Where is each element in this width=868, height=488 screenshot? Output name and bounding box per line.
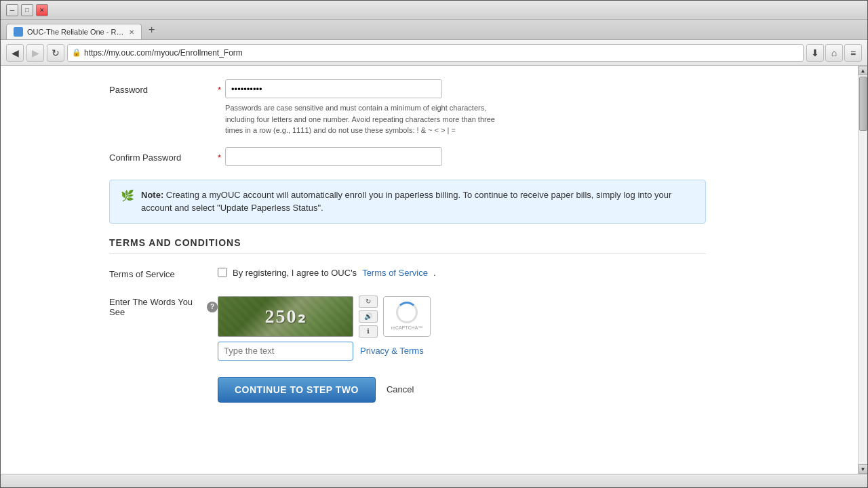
window-controls: ─ □ ✕	[6, 4, 48, 16]
captcha-help-icon[interactable]: ?	[207, 302, 218, 312]
captcha-text-input[interactable]	[218, 342, 353, 361]
title-bar: ─ □ ✕	[1, 1, 867, 20]
nav-bar: ◀ ▶ ↻ 🔒 ⬇ ⌂ ≡	[1, 40, 867, 66]
menu-button[interactable]: ≡	[844, 44, 862, 62]
password-required: *	[218, 79, 221, 95]
captcha-controls: ↻ 🔊 ℹ	[359, 296, 378, 338]
terms-content: By registering, I agree to OUC's Terms o…	[218, 268, 436, 278]
continue-button[interactable]: CONTINUE TO STEP TWO	[218, 377, 376, 403]
note-box: 🌿 Note: Creating a myOUC account will au…	[109, 180, 706, 224]
note-label: Note:	[141, 190, 163, 200]
scrollbar-thumb[interactable]	[859, 77, 867, 131]
captcha-row: Enter The Words You See ? 250₂	[109, 296, 706, 361]
terms-checkbox[interactable]	[218, 268, 227, 277]
status-bar	[1, 474, 867, 487]
tab-bar: OUC-The Reliable One - Re... ✕ +	[1, 20, 867, 40]
captcha-info-button[interactable]: ℹ	[359, 325, 378, 338]
page-area: Password * Passwords are case sensitive …	[1, 66, 858, 474]
maximize-button[interactable]: □	[21, 4, 33, 16]
captcha-label: Enter The Words You See	[109, 297, 203, 317]
password-field: Passwords are case sensitive and must co…	[225, 79, 706, 136]
browser-content: Password * Passwords are case sensitive …	[1, 66, 867, 474]
terms-of-service-link[interactable]: Terms of Service	[362, 268, 428, 278]
minimize-button[interactable]: ─	[6, 4, 18, 16]
cancel-button[interactable]: Cancel	[387, 384, 414, 394]
captcha-widget: 250₂ ↻ 🔊 ℹ reCAPTCHA™	[218, 296, 431, 361]
home-button[interactable]: ⌂	[825, 44, 843, 62]
captcha-image: 250₂	[218, 296, 353, 337]
enrollment-form: Password * Passwords are case sensitive …	[1, 66, 733, 430]
confirm-password-row: Confirm Password *	[109, 147, 706, 166]
password-row: Password * Passwords are case sensitive …	[109, 79, 706, 136]
captcha-input-row: Privacy & Terms	[218, 342, 431, 361]
scroll-up-button[interactable]: ▲	[859, 66, 868, 75]
recaptcha-spinner	[396, 302, 418, 323]
terms-period: .	[433, 268, 436, 278]
nav-right-buttons: ⬇ ⌂ ≡	[806, 44, 862, 62]
button-row: CONTINUE TO STEP TWO Cancel	[109, 377, 706, 403]
confirm-password-input[interactable]	[225, 147, 442, 166]
scrollbar[interactable]: ▲ ▼	[858, 66, 867, 474]
privacy-terms-link[interactable]: Privacy & Terms	[360, 346, 424, 356]
terms-section-title: TERMS AND CONDITIONS	[109, 237, 706, 254]
captcha-refresh-button[interactable]: ↻	[359, 296, 378, 308]
password-input[interactable]	[225, 79, 442, 98]
browser-window: ─ □ ✕ OUC-The Reliable One - Re... ✕ + ◀…	[0, 0, 868, 488]
confirm-password-field	[225, 147, 706, 166]
password-label: Password	[109, 79, 218, 95]
terms-agree-text: By registering, I agree to OUC's	[233, 268, 357, 278]
recaptcha-logo: reCAPTCHA™	[383, 296, 431, 337]
close-button[interactable]: ✕	[36, 4, 48, 16]
captcha-numbers: 250₂	[265, 305, 307, 327]
active-tab[interactable]: OUC-The Reliable One - Re... ✕	[6, 24, 142, 39]
scroll-down-button[interactable]: ▼	[859, 464, 868, 474]
confirm-password-label: Confirm Password	[109, 147, 218, 163]
back-button[interactable]: ◀	[6, 44, 24, 62]
refresh-button[interactable]: ↻	[47, 44, 64, 62]
captcha-image-row: 250₂ ↻ 🔊 ℹ reCAPTCHA™	[218, 296, 431, 338]
download-button[interactable]: ⬇	[806, 44, 824, 62]
password-hint: Passwords are case sensitive and must co…	[225, 102, 496, 136]
recaptcha-text: reCAPTCHA™	[391, 325, 423, 331]
lock-icon: 🔒	[72, 48, 81, 57]
forward-button[interactable]: ▶	[26, 44, 44, 62]
terms-of-service-row: Terms of Service By registering, I agree…	[109, 268, 706, 279]
new-tab-button[interactable]: +	[144, 24, 159, 36]
leaf-icon: 🌿	[121, 189, 134, 202]
note-content: Note: Creating a myOUC account will auto…	[141, 188, 694, 215]
note-message: Creating a myOUC account will automatica…	[141, 190, 671, 214]
tab-title: OUC-The Reliable One - Re...	[27, 28, 125, 36]
address-input[interactable]	[84, 48, 799, 58]
terms-service-label: Terms of Service	[109, 268, 218, 279]
confirm-required: *	[218, 147, 221, 163]
captcha-label-area: Enter The Words You See ?	[109, 296, 218, 317]
scrollbar-thumb-area	[859, 75, 867, 464]
captcha-audio-button[interactable]: 🔊	[359, 310, 378, 323]
tab-favicon	[14, 27, 23, 37]
tab-close-button[interactable]: ✕	[129, 28, 134, 36]
address-bar-container: 🔒	[67, 44, 804, 62]
